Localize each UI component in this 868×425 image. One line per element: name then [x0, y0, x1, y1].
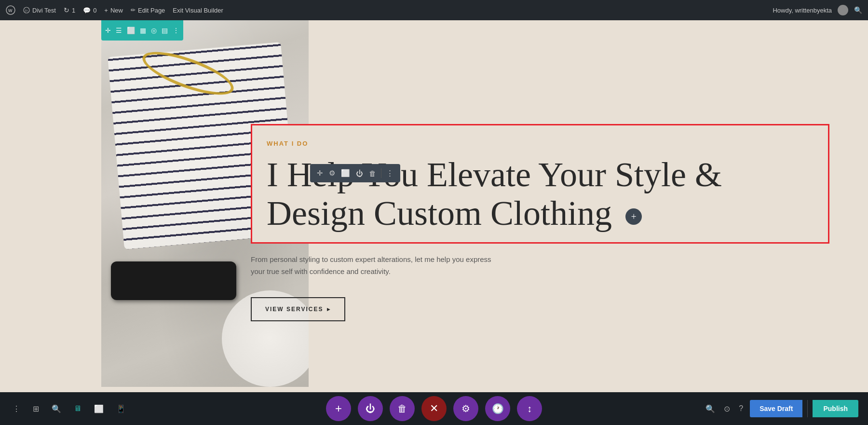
fab-trash-button[interactable]: 🗑: [390, 396, 415, 421]
module-delete-icon[interactable]: 🗑: [367, 168, 378, 178]
view-services-arrow: ▸: [327, 306, 331, 313]
teal-grid-icon[interactable]: ▦: [140, 27, 146, 34]
site-name[interactable]: Di Divi Test: [23, 7, 56, 14]
view-services-label: VIEW SERVICES: [265, 306, 323, 313]
right-column: ✛ ⚙ ⬜ ⏻ 🗑 ⋮ WHAT I DO I Help You Elevate…: [212, 20, 868, 425]
selected-module[interactable]: ✛ ⚙ ⬜ ⏻ 🗑 ⋮ WHAT I DO I Help You Elevate…: [251, 124, 829, 243]
page-layout: ✛ ☰ ⬜ ▦ ◎ ▤ ⋮: [0, 20, 868, 425]
teal-add-icon[interactable]: ✛: [105, 27, 111, 34]
fab-settings-button[interactable]: ⚙: [453, 396, 478, 421]
save-draft-button[interactable]: Save Draft: [750, 400, 802, 417]
module-duplicate-icon[interactable]: ⬜: [339, 168, 352, 178]
bottom-center-fabs: + ⏻ 🗑 ✕ ⚙ 🕐 ↕: [326, 396, 542, 421]
bottom-left-icons: ⋮ ⊞ 🔍 🖥 ⬜ 📱: [10, 401, 129, 416]
toolbar-separator: [381, 168, 381, 178]
bottom-more-icon[interactable]: ⋮: [10, 401, 23, 416]
svg-text:Di: Di: [25, 9, 28, 12]
bottom-toolbar: ⋮ ⊞ 🔍 🖥 ⬜ 📱 + ⏻ 🗑 ✕ ⚙ 🕐 ↕ 🔍 ⊙ ? Save Dra…: [0, 392, 868, 425]
exit-visual-builder[interactable]: Exit Visual Builder: [173, 7, 223, 14]
module-move-icon[interactable]: ✛: [315, 168, 325, 178]
module-toolbar[interactable]: ✛ ⚙ ⬜ ⏻ 🗑 ⋮: [310, 164, 400, 182]
admin-bar: W Di Divi Test ↻ 1 💬 0 + New ✏ Edit Page…: [0, 0, 868, 20]
user-avatar[interactable]: [838, 5, 848, 15]
btn-divider: [807, 400, 808, 417]
bottom-mobile-icon[interactable]: 📱: [113, 401, 129, 416]
fab-adjust-button[interactable]: ↕: [517, 396, 542, 421]
bottom-search-icon[interactable]: 🔍: [49, 401, 64, 416]
search-icon[interactable]: 🔍: [854, 6, 862, 14]
bottom-help-icon[interactable]: ?: [737, 402, 745, 415]
fab-close-button[interactable]: ✕: [421, 396, 447, 421]
teal-section-toolbar[interactable]: ✛ ☰ ⬜ ▦ ◎ ▤ ⋮: [101, 20, 183, 41]
comments-item[interactable]: 💬 0: [83, 7, 96, 14]
teal-more-icon[interactable]: ⋮: [173, 27, 179, 34]
svg-text:W: W: [8, 8, 13, 13]
edit-page-item[interactable]: ✏ Edit Page: [131, 7, 165, 14]
module-more-icon[interactable]: ⋮: [384, 168, 395, 178]
new-item[interactable]: + New: [104, 7, 123, 14]
wp-logo[interactable]: W: [6, 5, 15, 15]
teal-settings-icon[interactable]: ◎: [151, 27, 157, 34]
fab-add-button[interactable]: +: [326, 396, 351, 421]
fab-history-button[interactable]: 🕐: [485, 396, 510, 421]
view-services-button[interactable]: VIEW SERVICES ▸: [251, 297, 345, 321]
bottom-search-right-icon[interactable]: 🔍: [704, 402, 717, 415]
bottom-tablet-icon[interactable]: ⬜: [91, 401, 107, 416]
main-canvas: ✛ ☰ ⬜ ▦ ◎ ▤ ⋮: [0, 20, 868, 425]
teal-duplicate-icon[interactable]: ⬜: [127, 27, 135, 34]
bottom-right-actions: 🔍 ⊙ ? Save Draft Publish: [704, 400, 858, 417]
module-settings-icon[interactable]: ⚙: [327, 168, 337, 178]
left-column: ✛ ☰ ⬜ ▦ ◎ ▤ ⋮: [0, 20, 212, 425]
module-disable-icon[interactable]: ⏻: [354, 168, 365, 178]
bottom-layout-icon[interactable]: ⊞: [30, 401, 42, 416]
fab-power-button[interactable]: ⏻: [358, 396, 383, 421]
what-i-do-label: WHAT I DO: [267, 140, 814, 147]
teal-layout-icon[interactable]: ☰: [116, 27, 122, 34]
bottom-layers-icon[interactable]: ⊙: [722, 402, 732, 415]
publish-button[interactable]: Publish: [813, 400, 858, 417]
admin-bar-right: Howdy, writtenbyekta 🔍: [773, 5, 862, 15]
add-module-button[interactable]: +: [625, 208, 642, 225]
updates-item[interactable]: ↻ 1: [64, 6, 75, 14]
bottom-desktop-icon[interactable]: 🖥: [71, 401, 84, 416]
teal-rows-icon[interactable]: ▤: [162, 27, 168, 34]
description-text: From personal styling to custom expert a…: [251, 253, 502, 278]
howdy-text: Howdy, writtenbyekta: [773, 7, 832, 14]
